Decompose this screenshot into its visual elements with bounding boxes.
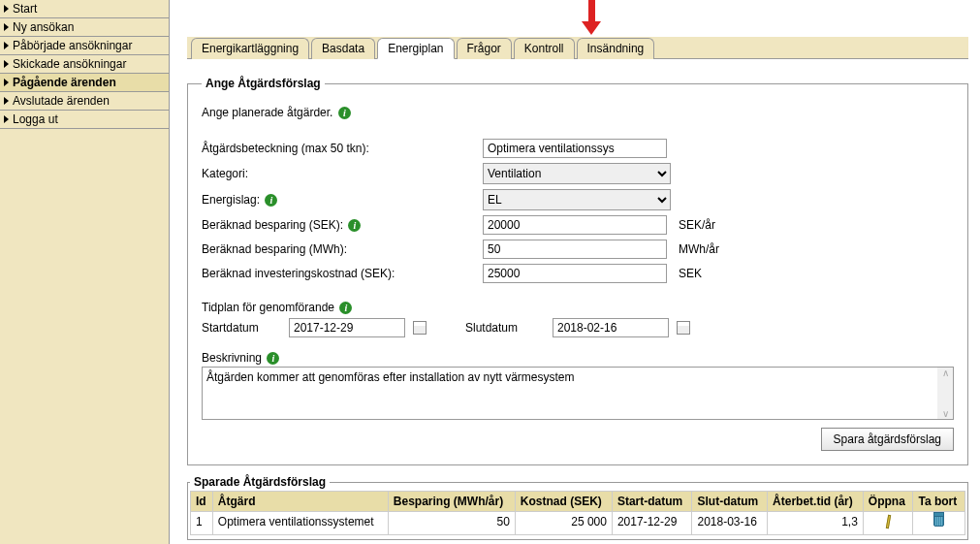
textarea-beskrivning[interactable] [203,368,935,419]
sidebar-item-ny-ansokan[interactable]: Ny ansökan [0,18,169,37]
sidebar-item-label: Ny ansökan [13,20,74,34]
th-oppna: Öppna [863,492,913,512]
cell-atgard: Optimera ventilationssystemet [212,512,388,535]
info-icon[interactable]: i [339,302,352,314]
th-atgard: Åtgärd [212,492,388,512]
triangle-icon [4,23,9,31]
tab-energikartlaggning[interactable]: Energikartläggning [191,38,309,59]
sidebar-item-label: Logga ut [13,112,58,126]
form-legend: Ange Åtgärdsförslag [202,77,325,90]
form-intro: Ange planerade åtgärder. i [202,106,954,119]
unit-mwhar: MWh/år [679,242,719,256]
table-row: 1 Optimera ventilationssystemet 50 25 00… [191,512,965,535]
sidebar-item-label: Påbörjade ansökningar [13,39,132,52]
triangle-icon [4,42,9,49]
input-beteckning[interactable] [483,139,667,158]
triangle-icon [4,60,9,68]
label-beteckning: Åtgärdsbeteckning (max 50 tkn): [202,142,483,155]
triangle-icon [4,79,9,86]
cell-besparing: 50 [388,512,515,535]
label-besparing-mwh: Beräknad besparing (MWh): [202,242,483,256]
calendar-icon[interactable] [677,321,690,335]
th-start: Start-datum [612,492,692,512]
input-besparing-mwh[interactable] [483,240,667,259]
label-kategori: Kategori: [202,167,483,180]
form-atgardsforslag: Ange Åtgärdsförslag Ange planerade åtgär… [187,77,968,465]
triangle-icon [4,97,9,105]
saved-table: Id Åtgärd Besparing (MWh/år) Kostnad (SE… [190,491,965,535]
saved-legend: Sparade Åtgärdsförslag [190,475,330,489]
sidebar-item-paborjade[interactable]: Påbörjade ansökningar [0,37,169,55]
sidebar-item-pagaende[interactable]: Pågående ärenden [0,74,169,92]
select-energislag[interactable]: EL [483,189,671,210]
sidebar-item-label: Avslutade ärenden [13,94,110,108]
select-kategori[interactable]: Ventilation [483,163,671,184]
pencil-icon[interactable] [885,515,890,528]
tab-fragor[interactable]: Frågor [457,38,512,59]
cell-kostnad: 25 000 [515,512,612,535]
sidebar-item-skickade[interactable]: Skickade ansökningar [0,55,169,74]
sidebar-item-label: Start [13,2,37,16]
info-icon[interactable]: i [338,107,351,119]
tab-energiplan[interactable]: Energiplan [377,38,454,59]
th-tabort: Ta bort [913,492,965,512]
input-investering[interactable] [483,264,667,283]
th-aterbet: Återbet.tid (år) [768,492,864,512]
scroll-down-icon[interactable]: ∨ [942,408,949,419]
scroll-up-icon[interactable]: ∧ [942,368,949,378]
sidebar-item-label: Pågående ärenden [13,76,116,89]
cell-slut: 2018-03-16 [692,512,768,535]
label-energislag: Energislag: i [202,193,483,207]
sidebar-item-start[interactable]: Start [0,0,169,18]
th-kostnad: Kostnad (SEK) [515,492,612,512]
info-icon[interactable]: i [348,219,361,232]
tabs: Energikartläggning Basdata Energiplan Fr… [187,37,968,59]
sidebar: Start Ny ansökan Påbörjade ansökningar S… [0,0,170,544]
input-startdatum[interactable] [289,318,405,337]
label-investering: Beräknad investeringskostnad (SEK): [202,267,483,280]
label-startdatum: Startdatum [202,321,289,335]
tab-basdata[interactable]: Basdata [311,38,375,59]
sidebar-item-loggaut[interactable]: Logga ut [0,111,169,129]
label-besparing-sek: Beräknad besparing (SEK): i [202,218,483,232]
triangle-icon [4,115,9,123]
unit-sekar: SEK/år [679,218,715,232]
label-beskrivning: Beskrivning i [202,351,954,365]
info-icon[interactable]: i [265,194,277,207]
th-id: Id [191,492,213,512]
trash-icon[interactable] [933,515,944,527]
input-slutdatum[interactable] [553,318,669,337]
tab-insandning[interactable]: Insändning [577,38,655,59]
th-besparing: Besparing (MWh/år) [388,492,515,512]
label-slutdatum: Slutdatum [465,321,553,335]
input-besparing-sek[interactable] [483,215,667,235]
sidebar-item-label: Skickade ansökningar [13,57,126,71]
triangle-icon [4,5,9,13]
info-icon[interactable]: i [267,352,279,365]
scrollbar[interactable]: ∧ ∨ [937,368,953,419]
sidebar-item-avslutade[interactable]: Avslutade ärenden [0,92,169,111]
cell-start: 2017-12-29 [612,512,692,535]
cell-id: 1 [191,512,213,535]
timeplan-title: Tidplan för genomförande i [202,301,954,314]
th-slut: Slut-datum [692,492,768,512]
unit-sek: SEK [679,267,702,280]
cell-aterbet: 1,3 [768,512,864,535]
saved-atgardsforslag: Sparade Åtgärdsförslag Id Åtgärd Bespari… [187,475,968,540]
calendar-icon[interactable] [413,321,427,335]
tab-kontroll[interactable]: Kontroll [514,38,575,59]
save-button[interactable]: Spara åtgärdsförslag [821,428,954,451]
